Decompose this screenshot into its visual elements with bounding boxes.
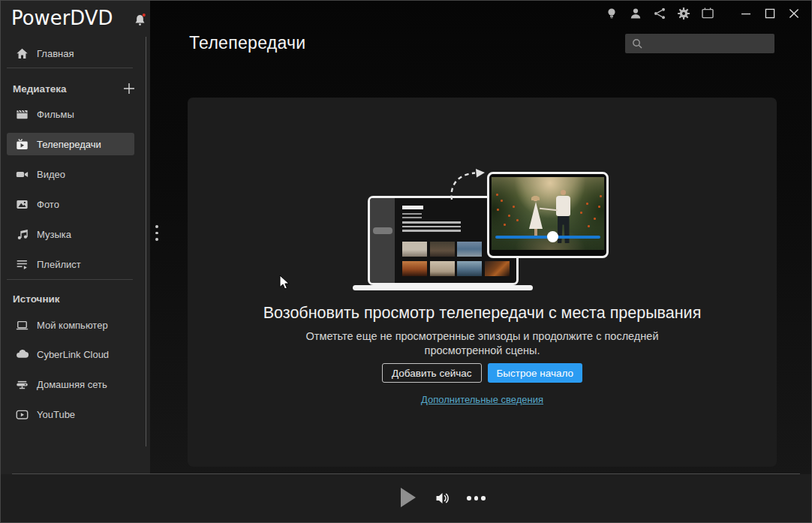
- photo-icon: [16, 198, 29, 211]
- add-media-icon[interactable]: [122, 82, 136, 95]
- music-icon: [16, 228, 29, 241]
- sidebar: PowerDVD Главная Медиатека: [1, 1, 150, 474]
- sidebar-item-cyberlink-cloud[interactable]: CyberLink Cloud: [1, 344, 145, 364]
- more-options-button[interactable]: [467, 496, 486, 500]
- settings-gear-icon[interactable]: [677, 7, 690, 20]
- sidebar-item-label: Музыка: [37, 229, 71, 240]
- sidebar-item-youtube[interactable]: YouTube: [1, 404, 145, 424]
- computer-icon: [16, 319, 29, 332]
- user-icon[interactable]: [629, 7, 642, 20]
- sidebar-item-label: CyberLink Cloud: [37, 349, 109, 360]
- sidebar-item-my-computer[interactable]: Мой компьютер: [1, 315, 145, 335]
- tv-mode-icon[interactable]: [701, 7, 714, 20]
- youtube-icon: [16, 408, 29, 421]
- network-icon: [16, 378, 29, 391]
- sidebar-item-label: YouTube: [37, 409, 75, 420]
- illustration-monitor: [487, 172, 609, 258]
- play-button[interactable]: [401, 488, 416, 507]
- sidebar-item-music[interactable]: Музыка: [1, 224, 145, 244]
- illustration-arrow-icon: [447, 168, 492, 203]
- powerdvd-window: PowerDVD Главная Медиатека: [0, 0, 812, 523]
- notification-bell-icon[interactable]: [134, 13, 146, 27]
- sidebar-item-photo[interactable]: Фото: [1, 194, 145, 214]
- search-icon: [632, 38, 642, 49]
- app-logo: PowerDVD: [11, 6, 113, 29]
- sidebar-divider: [7, 68, 133, 68]
- mouse-cursor: [279, 275, 294, 291]
- content-panel: Возобновить просмотр телепередачи с мест…: [188, 98, 777, 467]
- source-header: Источник: [13, 293, 133, 305]
- search-box[interactable]: [625, 34, 774, 53]
- illustration-progress-knob: [547, 231, 558, 242]
- sidebar-item-label: Домашняя сеть: [37, 379, 107, 390]
- library-header: Медиатека: [13, 83, 133, 95]
- movies-icon: [16, 108, 29, 121]
- sidebar-scrollbar[interactable]: [146, 37, 146, 446]
- share-icon[interactable]: [653, 7, 666, 20]
- playlist-icon: [16, 258, 29, 271]
- empty-state-heading: Возобновить просмотр телепередачи с мест…: [188, 304, 777, 323]
- sidebar-item-playlist[interactable]: Плейлист: [1, 254, 145, 274]
- sidebar-item-label: Плейлист: [37, 259, 81, 270]
- volume-icon[interactable]: [435, 490, 451, 506]
- add-now-button[interactable]: Добавить сейчас: [382, 363, 482, 383]
- sidebar-item-label: Главная: [37, 48, 74, 59]
- more-info-link[interactable]: Дополнительные сведения: [421, 394, 543, 405]
- cloud-icon: [16, 348, 29, 361]
- sidebar-item-video[interactable]: Видео: [1, 164, 145, 184]
- minimize-button[interactable]: [741, 8, 751, 19]
- page-title: Телепередачи: [189, 33, 305, 53]
- sidebar-item-label: Мой компьютер: [37, 320, 108, 331]
- empty-state-description: Отметьте еще не просмотренные эпизоды и …: [188, 329, 777, 357]
- illustration-video-frame: [492, 177, 604, 250]
- home-icon: [16, 47, 29, 60]
- close-button[interactable]: [789, 8, 799, 19]
- sidebar-item-label: Телепередачи: [37, 139, 101, 150]
- sidebar-collapse-handle[interactable]: [155, 225, 159, 243]
- tvshows-icon: [16, 138, 29, 151]
- illustration-laptop-base: [353, 285, 533, 290]
- maximize-button[interactable]: [765, 8, 775, 19]
- quick-start-button[interactable]: Быстрое начало: [488, 363, 583, 383]
- sidebar-item-movies[interactable]: Фильмы: [1, 104, 145, 124]
- player-bar: [1, 474, 811, 522]
- sidebar-item-home-network[interactable]: Домашняя сеть: [1, 374, 145, 394]
- sidebar-item-label: Фильмы: [37, 109, 74, 120]
- sidebar-item-label: Видео: [37, 169, 65, 180]
- sidebar-item-label: Фото: [37, 199, 59, 210]
- video-icon: [16, 168, 29, 181]
- bulb-icon[interactable]: [605, 7, 618, 20]
- sidebar-item-tvshows[interactable]: Телепередачи: [7, 133, 134, 155]
- sidebar-item-home[interactable]: Главная: [1, 44, 145, 63]
- search-input[interactable]: [648, 38, 768, 50]
- sidebar-divider: [7, 279, 133, 280]
